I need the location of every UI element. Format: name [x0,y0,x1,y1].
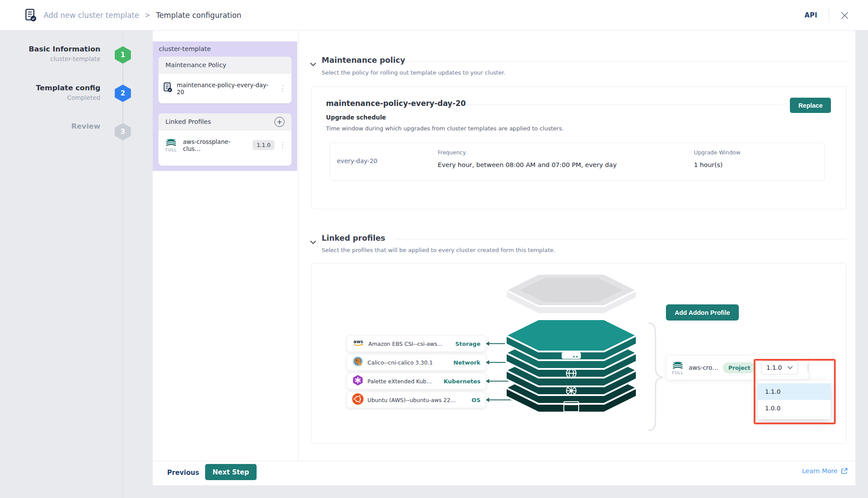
maintenance-policy-name: maintenance-policy-every-day-20 [177,82,274,96]
step-badge-3[interactable]: 3 [115,123,131,140]
layer-name: Palette eXtended Kub… [367,378,432,385]
breadcrumb-separator: > [145,11,151,19]
wizard-step-basic-information[interactable]: Basic Information cluster-template [0,45,100,62]
top-bar: Add new cluster template > Template conf… [0,0,868,31]
layer-pill-kubernetes[interactable]: Palette eXtended Kub… Kubernetes [347,373,486,389]
profile-name: aws-cro… [689,364,718,371]
step-label: Basic Information [0,45,100,53]
step-connector [123,64,123,84]
frequency-label: Frequency [438,149,617,156]
card-divider [465,105,783,105]
layer-type: OS [472,397,480,403]
profile-stack-diagram [501,273,641,415]
linked-profiles-card: aws Amazon EBS CSI--csi-aws… Storage Cal… [311,263,847,444]
schedule-name: every-day-20 [337,157,377,164]
layer-pill-storage[interactable]: aws Amazon EBS CSI--csi-aws… Storage [347,335,486,352]
maintenance-policy-tree-card: Maintenance Policy maintenance-policy-ev… [158,57,292,103]
linked-profiles-tree-header: Linked Profiles + [158,113,292,130]
tree-panel-title: cluster-template [159,45,211,52]
upgrade-schedule-title: Upgrade schedule [326,114,386,121]
kebab-menu-icon[interactable]: ⋮ [279,85,286,92]
maintenance-policy-tree-header: Maintenance Policy [158,57,292,74]
chevron-down-icon[interactable] [310,60,316,68]
maintenance-policy-card: maintenance-policy-every-day-20 Replace … [311,86,847,209]
layer-name: Amazon EBS CSI--csi-aws… [368,341,443,347]
learn-more-link[interactable]: Learn More [802,467,848,474]
project-scope-badge: Project [723,362,756,373]
aws-icon: aws [352,339,364,349]
breadcrumb: Add new cluster template > Template conf… [44,0,241,31]
step-label: Review [0,122,100,130]
profile-scope-label: FULL [672,370,683,375]
ubuntu-icon [352,393,364,406]
palette-icon [352,375,364,388]
topbar-divider [829,8,829,23]
layer-pill-network[interactable]: Calico--cni-calico 3.30.1 Network [347,354,486,371]
layer-type: Network [453,359,480,366]
step-badge-2[interactable]: 2 [115,85,131,102]
kebab-menu-icon[interactable]: ⋮ [279,141,286,149]
chevron-down-icon[interactable] [310,238,316,246]
document-check-icon [25,9,37,24]
linked-profiles-header-label: Linked Profiles [165,118,211,125]
layer-name: Calico--cni-calico 3.30.1 [367,359,433,366]
step-sublabel: cluster-template [0,55,100,62]
document-check-icon [164,82,172,94]
linked-profiles-section-subtitle: Select the profiles that will be applied… [322,247,555,253]
linked-profile-name: aws-crossplane-clus… [183,138,245,152]
chevron-down-icon [787,366,793,369]
wizard-step-review[interactable]: Review [0,122,100,130]
replace-button[interactable]: Replace [790,98,831,113]
step-label: Template config [0,84,100,92]
add-addon-profile-button[interactable]: Add Addon Profile [666,304,739,321]
section-divider [409,61,847,61]
calico-icon [352,356,364,369]
breadcrumb-parent[interactable]: Add new cluster template [44,11,139,20]
linked-profile-tree-item[interactable]: FULL aws-crossplane-clus… 1.1.0 ⋮ [158,130,292,160]
version-dropdown[interactable]: 1.1.0 [761,361,798,375]
topbar-actions: API [805,0,849,31]
version-dropdown-value: 1.1.0 [766,364,782,371]
section-divider [395,239,847,239]
upgrade-schedule-description: Time window during which upgrades from c… [326,125,564,132]
api-link[interactable]: API [805,11,817,19]
frequency-value: Every hour, between 08:00 AM and 07:00 P… [438,161,617,168]
linked-profile-row[interactable]: FULL aws-cro… Project 1.1.0 ⋮ [666,355,809,380]
version-option-1-1-0[interactable]: 1.1.0 [758,383,830,400]
maintenance-policy-card-name: maintenance-policy-every-day-20 [326,99,466,108]
upgrade-window-column: Upgrade Window 1 hour(s) [694,149,741,168]
schedule-detail-box: every-day-20 Frequency Every hour, betwe… [329,143,825,181]
previous-button[interactable]: Previous [167,465,199,480]
svg-text:aws: aws [353,339,363,344]
maintenance-policy-section-subtitle: Select the policy for rolling out templa… [322,69,505,76]
tree-content-divider [298,31,298,461]
footer-divider [153,461,855,461]
add-cluster-template-modal: Add new cluster template > Template conf… [0,0,868,498]
kubernetes-icon [566,386,576,396]
version-dropdown-menu: 1.1.0 1.0.0 [758,381,830,419]
add-profile-plus-icon[interactable]: + [274,117,285,127]
stack-brace [646,322,665,431]
close-icon[interactable] [841,11,849,20]
maintenance-policy-tree-item[interactable]: maintenance-policy-every-day-20 ⋮ [158,74,292,103]
version-option-1-0-0[interactable]: 1.0.0 [758,400,830,416]
next-step-button[interactable]: Next Step [205,464,257,480]
profile-layers-icon: FULL [671,361,684,375]
layer-pill-os[interactable]: Ubuntu (AWS)--ubuntu-aws 22… OS [347,392,486,408]
step-badge-1[interactable]: 1 [115,46,131,64]
wizard-step-template-config[interactable]: Template config Completed [0,84,100,101]
maintenance-policy-section-title: Maintenance policy [322,56,405,65]
linked-profiles-section-title: Linked profiles [322,234,385,242]
linked-profiles-tree-card: Linked Profiles + FULL aws-crossplane-cl… [158,113,292,166]
breadcrumb-current: Template configuration [156,11,241,20]
profile-layers-icon: FULL [164,138,178,152]
kebab-menu-icon[interactable]: ⋮ [804,364,812,372]
frequency-column: Frequency Every hour, between 08:00 AM a… [438,149,617,168]
external-link-icon [841,467,848,474]
layer-type: Kubernetes [444,378,480,385]
storage-icon [562,352,581,359]
upgrade-window-label: Upgrade Window [694,149,741,156]
profile-scope-label: FULL [165,147,177,152]
template-tree-panel: cluster-template Maintenance Policy main… [153,41,297,171]
step-sublabel: Completed [0,94,100,101]
